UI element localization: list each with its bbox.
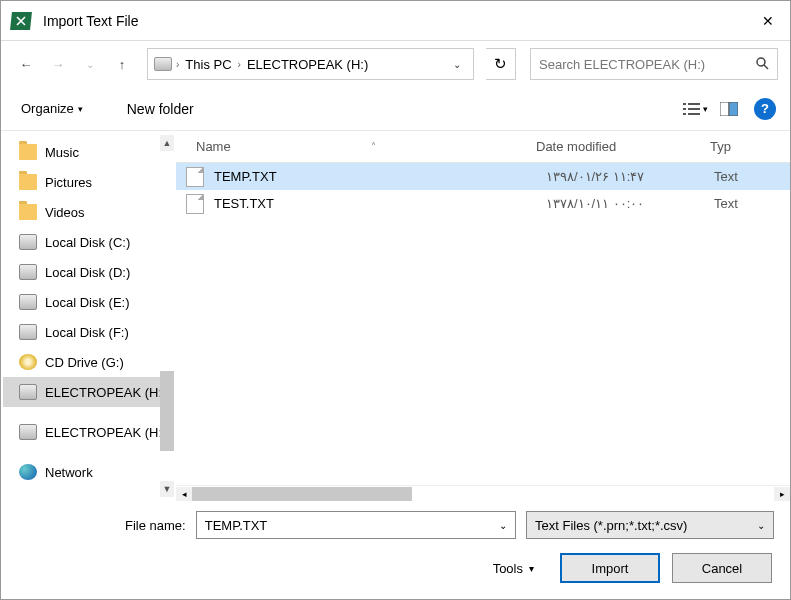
tree-item-local-disk-f-[interactable]: Local Disk (F:)	[3, 317, 174, 347]
svg-rect-5	[688, 108, 700, 110]
optical-icon	[19, 354, 37, 370]
svg-line-1	[764, 65, 768, 69]
sort-up-icon: ˄	[371, 141, 376, 152]
hscroll-left[interactable]: ◂	[176, 487, 192, 501]
tree-item-label: Network	[45, 465, 93, 480]
file-name: TEMP.TXT	[214, 169, 546, 184]
file-type: Text	[714, 196, 738, 211]
file-row[interactable]: TEMP.TXT۱۳۹۸/۰۱/۲۶ ۱۱:۴۷Text	[176, 163, 790, 190]
import-button[interactable]: Import	[560, 553, 660, 583]
search-icon[interactable]	[755, 56, 769, 73]
file-icon	[186, 167, 204, 187]
close-button[interactable]: ✕	[756, 13, 780, 29]
file-date: ۱۳۷۸/۱۰/۱۱ ۰۰:۰۰	[546, 196, 714, 211]
svg-rect-6	[683, 113, 686, 115]
svg-rect-2	[683, 103, 686, 105]
column-name-header[interactable]: Name˄	[176, 139, 536, 154]
tools-dropdown[interactable]: Tools▾	[493, 561, 534, 576]
file-type-select[interactable]: Text Files (*.prn;*.txt;*.csv)⌄	[526, 511, 774, 539]
chevron-down-icon[interactable]: ⌄	[499, 520, 507, 531]
file-name: TEST.TXT	[214, 196, 546, 211]
disk-icon	[19, 294, 37, 310]
new-folder-button[interactable]: New folder	[121, 97, 200, 121]
hscroll-thumb[interactable]	[192, 487, 412, 501]
tree-item-label: Local Disk (C:)	[45, 235, 130, 250]
tree-item-label: Pictures	[45, 175, 92, 190]
file-date: ۱۳۹۸/۰۱/۲۶ ۱۱:۴۷	[546, 169, 714, 184]
svg-rect-9	[729, 102, 738, 116]
preview-pane-button[interactable]	[715, 97, 743, 121]
tree-item-electropeak-h-[interactable]: ELECTROPEAK (H:)	[3, 377, 174, 407]
tree-item-local-disk-e-[interactable]: Local Disk (E:)	[3, 287, 174, 317]
file-type: Text	[714, 169, 738, 184]
breadcrumb-dropdown[interactable]: ⌄	[447, 59, 467, 70]
nav-tree[interactable]: ▲ MusicPicturesVideosLocal Disk (C:)Loca…	[1, 131, 176, 501]
tree-item-music[interactable]: Music	[3, 137, 174, 167]
nav-up-button[interactable]: ↑	[109, 51, 135, 77]
breadcrumb-root[interactable]: This PC	[179, 57, 237, 72]
cancel-button[interactable]: Cancel	[672, 553, 772, 583]
tree-scroll-up[interactable]: ▲	[160, 135, 174, 151]
tree-item-local-disk-c-[interactable]: Local Disk (C:)	[3, 227, 174, 257]
window-title: Import Text File	[43, 13, 138, 29]
chevron-down-icon: ▾	[703, 104, 708, 114]
svg-rect-7	[688, 113, 700, 115]
tree-item-label: ELECTROPEAK (H:)	[45, 385, 166, 400]
svg-rect-4	[683, 108, 686, 110]
help-button[interactable]: ?	[754, 98, 776, 120]
disk-icon	[19, 324, 37, 340]
disk-icon	[19, 264, 37, 280]
breadcrumb-current[interactable]: ELECTROPEAK (H:)	[241, 57, 374, 72]
excel-icon	[10, 12, 32, 30]
tree-item-label: Local Disk (E:)	[45, 295, 130, 310]
breadcrumb[interactable]: › This PC › ELECTROPEAK (H:) ⌄	[147, 48, 474, 80]
svg-rect-3	[688, 103, 700, 105]
disk-icon	[19, 424, 37, 440]
view-mode-button[interactable]: ▾	[681, 97, 709, 121]
tree-item-electropeak-h-[interactable]: ELECTROPEAK (H:)	[3, 417, 174, 447]
nav-back-button[interactable]: ←	[13, 51, 39, 77]
tree-item-pictures[interactable]: Pictures	[3, 167, 174, 197]
nav-recent-dropdown[interactable]: ⌄	[77, 51, 103, 77]
tree-item-videos[interactable]: Videos	[3, 197, 174, 227]
column-date-header[interactable]: Date modified	[536, 139, 706, 154]
filename-label: File name:	[125, 518, 186, 533]
tree-item-label: Local Disk (F:)	[45, 325, 129, 340]
hscroll-right[interactable]: ▸	[774, 487, 790, 501]
folder-icon	[19, 144, 37, 160]
chevron-down-icon: ▾	[529, 563, 534, 574]
tree-item-label: Videos	[45, 205, 85, 220]
tree-scroll-down[interactable]: ▼	[160, 481, 174, 497]
tree-item-local-disk-d-[interactable]: Local Disk (D:)	[3, 257, 174, 287]
folder-icon	[19, 204, 37, 220]
folder-icon	[19, 174, 37, 190]
tree-item-cd-drive-g-[interactable]: CD Drive (G:)	[3, 347, 174, 377]
network-icon	[19, 464, 37, 480]
chevron-down-icon: ▾	[78, 104, 83, 114]
filename-input[interactable]: TEMP.TXT⌄	[196, 511, 516, 539]
chevron-down-icon[interactable]: ⌄	[757, 520, 765, 531]
nav-forward-button[interactable]: →	[45, 51, 71, 77]
svg-rect-8	[720, 102, 729, 116]
disk-icon	[19, 234, 37, 250]
tree-item-label: ELECTROPEAK (H:)	[45, 425, 166, 440]
search-input[interactable]: Search ELECTROPEAK (H:)	[530, 48, 778, 80]
disk-icon	[19, 384, 37, 400]
column-type-header[interactable]: Typ	[706, 139, 790, 154]
tree-item-network[interactable]: Network	[3, 457, 174, 487]
svg-point-0	[757, 58, 765, 66]
tree-scroll-thumb[interactable]	[160, 371, 174, 451]
search-placeholder: Search ELECTROPEAK (H:)	[539, 57, 705, 72]
organize-button[interactable]: Organize▾	[15, 97, 89, 120]
hscroll-track[interactable]	[192, 487, 774, 501]
refresh-button[interactable]: ↻	[486, 48, 516, 80]
tree-item-label: CD Drive (G:)	[45, 355, 124, 370]
tree-item-label: Music	[45, 145, 79, 160]
file-icon	[186, 194, 204, 214]
disk-icon	[154, 57, 172, 71]
file-row[interactable]: TEST.TXT۱۳۷۸/۱۰/۱۱ ۰۰:۰۰Text	[176, 190, 790, 217]
tree-item-label: Local Disk (D:)	[45, 265, 130, 280]
